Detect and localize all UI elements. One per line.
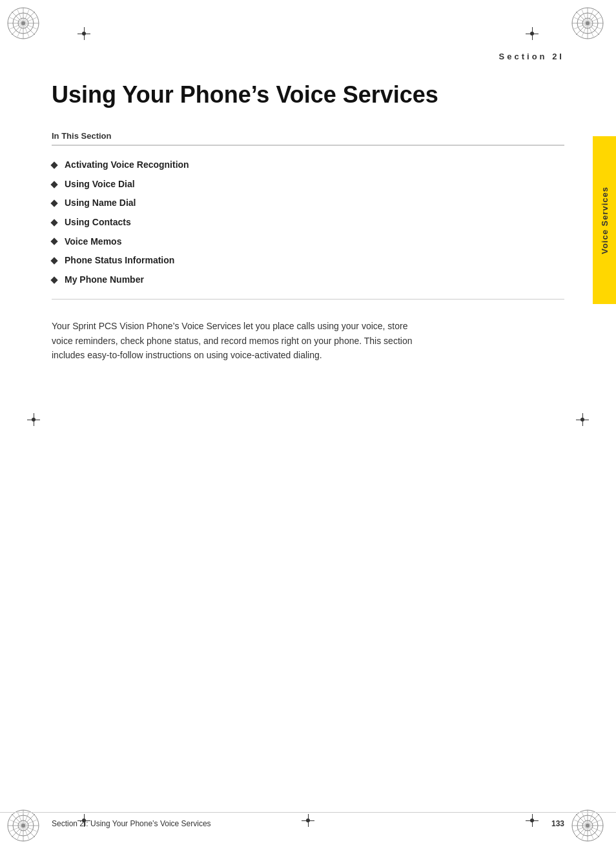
toc-item: Voice Memos bbox=[52, 232, 564, 252]
page: Section 2I Using Your Phone’s Voice Serv… bbox=[0, 0, 616, 854]
sidebar-tab: Voice Services bbox=[593, 136, 616, 304]
toc-item-text: Using Voice Dial bbox=[65, 178, 135, 191]
toc-item: Phone Status Information bbox=[52, 251, 564, 270]
toc-bullet-icon bbox=[50, 219, 57, 226]
footer: Section 2I: Using Your Phone’s Voice Ser… bbox=[0, 812, 616, 828]
section-header: Section 2I bbox=[52, 52, 564, 61]
toc-item-text: Phone Status Information bbox=[65, 254, 174, 267]
toc-bullet-icon bbox=[50, 257, 57, 264]
toc-item-text: Activating Voice Recognition bbox=[65, 159, 189, 172]
body-text: Your Sprint PCS Vision Phone’s Voice Ser… bbox=[52, 319, 426, 362]
toc-item-text: Using Contacts bbox=[65, 216, 131, 229]
sidebar-tab-text: Voice Services bbox=[600, 187, 610, 254]
toc-item: My Phone Number bbox=[52, 270, 564, 290]
toc-item: Using Name Dial bbox=[52, 194, 564, 213]
toc-bullet-icon bbox=[50, 238, 57, 245]
page-title: Using Your Phone’s Voice Services bbox=[52, 81, 564, 108]
toc-bullet-icon bbox=[50, 200, 57, 207]
footer-left-text: Section 2I: Using Your Phone’s Voice Ser… bbox=[52, 819, 211, 828]
footer-page-number: 133 bbox=[551, 819, 564, 828]
toc-bullet-icon bbox=[50, 276, 57, 283]
toc-item-text: Using Name Dial bbox=[65, 197, 136, 210]
in-this-section-label: In This Section bbox=[52, 131, 564, 145]
toc-item: Using Voice Dial bbox=[52, 175, 564, 194]
toc-item-text: Voice Memos bbox=[65, 236, 121, 249]
section-header-text: Section 2I bbox=[499, 52, 564, 61]
toc-item: Activating Voice Recognition bbox=[52, 156, 564, 175]
toc-list: Activating Voice RecognitionUsing Voice … bbox=[52, 156, 564, 289]
toc-bullet-icon bbox=[50, 181, 57, 188]
toc-item-text: My Phone Number bbox=[65, 274, 144, 287]
toc-bullet-icon bbox=[50, 161, 57, 168]
toc-item: Using Contacts bbox=[52, 213, 564, 232]
main-content: Section 2I Using Your Phone’s Voice Serv… bbox=[0, 0, 616, 427]
toc-section-box: Activating Voice RecognitionUsing Voice … bbox=[52, 145, 564, 300]
